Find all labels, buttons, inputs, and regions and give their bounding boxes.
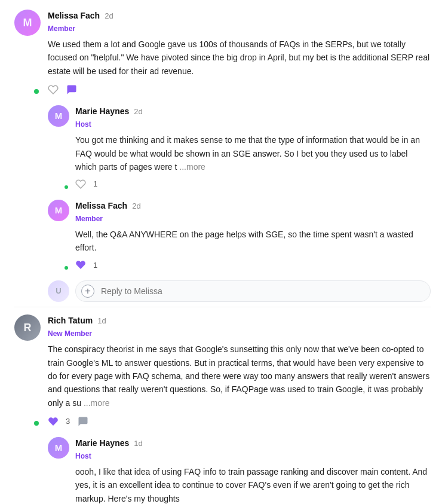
reply-melissa-1: M Melissa Fach 2d Member Well, the Q&A A… [48, 200, 431, 271]
post-time-melissa-r1: 2d [132, 200, 140, 212]
avatar-wrap-marie-2: M [48, 437, 69, 504]
avatar-marie-2: M [48, 437, 69, 459]
comment-button-rich[interactable] [77, 416, 89, 427]
author-name-marie-2: Marie Haynes [75, 437, 129, 450]
reply-content-marie-1: Marie Haynes 2d Host You got me thinking… [75, 105, 431, 190]
reply-input-avatar: U [48, 280, 69, 302]
heart-icon-melissa-r1 [75, 259, 86, 270]
author-name-melissa: Melissa Fach [48, 10, 100, 22]
heart-icon-marie-1 [75, 179, 86, 190]
reply-text-marie-2: oooh, I like that idea of using FAQ info… [75, 465, 431, 504]
post-time-marie-2: 1d [134, 438, 142, 450]
like-button-melissa[interactable] [48, 84, 59, 95]
online-status-marie-1 [63, 184, 69, 190]
post-time-marie-1: 2d [134, 106, 142, 118]
role-badge-marie-1: Host [75, 119, 431, 130]
avatar-melissa-r1: M [48, 200, 69, 221]
reply-header-marie-1: Marie Haynes 2d [75, 105, 431, 118]
online-status-melissa [33, 88, 40, 95]
avatar-letter-melissa: M [14, 10, 41, 36]
reply-header-marie-2: Marie Haynes 1d [75, 437, 431, 450]
replies-rich: M Marie Haynes 1d Host oooh, I like that… [48, 437, 431, 504]
post-content-rich: Rich Tatum 1d New Member The conspiracy … [48, 314, 431, 427]
reply-marie-1: M Marie Haynes 2d Host You got me thinki… [48, 105, 431, 190]
post-melissa-top: M Melissa Fach 2d Member We used them a … [14, 10, 431, 96]
heart-icon-melissa [48, 84, 59, 95]
post-text-rich: The conspiracy theorist in me says that … [48, 343, 431, 410]
online-status-rich [33, 420, 40, 427]
role-badge-melissa-r1: Member [75, 213, 431, 224]
avatar-rich: R [14, 314, 41, 341]
avatar-letter-marie-1: M [48, 105, 69, 127]
post-text-melissa: We used them a lot and Google gave us 10… [48, 38, 431, 78]
post-time-melissa: 2d [105, 10, 113, 22]
thread-container: M Melissa Fach 2d Member We used them a … [0, 0, 445, 504]
author-name-marie-1: Marie Haynes [75, 105, 129, 118]
reply-marie-2: M Marie Haynes 1d Host oooh, I like that… [48, 437, 431, 504]
post-actions-melissa [48, 84, 431, 96]
add-icon[interactable]: + [81, 285, 94, 298]
reply-header-melissa-1: Melissa Fach 2d [75, 200, 431, 212]
author-name-melissa-r1: Melissa Fach [75, 200, 127, 212]
post-content-melissa: Melissa Fach 2d Member We used them a lo… [48, 10, 431, 96]
comment-icon-rich [77, 416, 89, 427]
role-badge-marie-2: Host [75, 451, 431, 462]
like-button-melissa-r1[interactable] [75, 259, 86, 270]
post-actions-rich: 3 [48, 416, 431, 427]
replies-melissa: M Marie Haynes 2d Host You got me thinki… [48, 105, 431, 302]
reply-text-melissa-1: Well, the Q&A ANYWHERE on the page helps… [75, 228, 431, 255]
reply-input-row-melissa: U + [48, 280, 431, 302]
reply-content-melissa-1: Melissa Fach 2d Member Well, the Q&A ANY… [75, 200, 431, 271]
author-name-rich: Rich Tatum [48, 314, 93, 327]
comment-button-melissa[interactable] [66, 84, 78, 96]
avatar-wrap-rich: R [14, 314, 41, 427]
avatar-letter-me: U [48, 280, 69, 302]
heart-icon-rich [48, 416, 59, 427]
read-more-rich[interactable]: ...more [81, 398, 109, 408]
avatar-marie-1: M [48, 105, 69, 127]
like-count-melissa-r1: 1 [93, 259, 97, 271]
like-count-marie-1: 1 [93, 178, 97, 190]
like-button-rich[interactable] [48, 416, 59, 427]
role-badge-melissa: Member [48, 23, 431, 34]
avatar-letter-marie-2: M [48, 437, 69, 459]
online-status-melissa-r1 [63, 265, 69, 271]
post-header-rich: Rich Tatum 1d [48, 314, 431, 327]
post-time-rich: 1d [97, 315, 106, 327]
divider-1 [14, 307, 431, 307]
avatar-letter-melissa-r1: M [48, 200, 69, 221]
avatar-letter-rich: R [14, 314, 41, 341]
post-header-melissa: Melissa Fach 2d [48, 10, 431, 22]
avatar-melissa: M [14, 10, 41, 36]
role-badge-rich: New Member [48, 328, 431, 339]
reply-actions-melissa-1: 1 [75, 259, 431, 271]
comment-icon-melissa [66, 84, 78, 96]
like-button-marie-1[interactable] [75, 179, 86, 190]
avatar-wrap-melissa: M [14, 10, 41, 96]
reply-actions-marie-1: 1 [75, 178, 431, 190]
reply-text-marie-1: You got me thinking and it makes sense t… [75, 133, 431, 173]
reply-input-melissa[interactable] [75, 280, 431, 302]
reply-content-marie-2: Marie Haynes 1d Host oooh, I like that i… [75, 437, 431, 504]
like-count-rich: 3 [66, 416, 70, 427]
post-rich-top: R Rich Tatum 1d New Member The conspirac… [14, 314, 431, 427]
avatar-wrap-marie-1: M [48, 105, 69, 190]
read-more-marie-1[interactable]: ...more [177, 162, 205, 172]
avatar-wrap-melissa-r1: M [48, 200, 69, 271]
